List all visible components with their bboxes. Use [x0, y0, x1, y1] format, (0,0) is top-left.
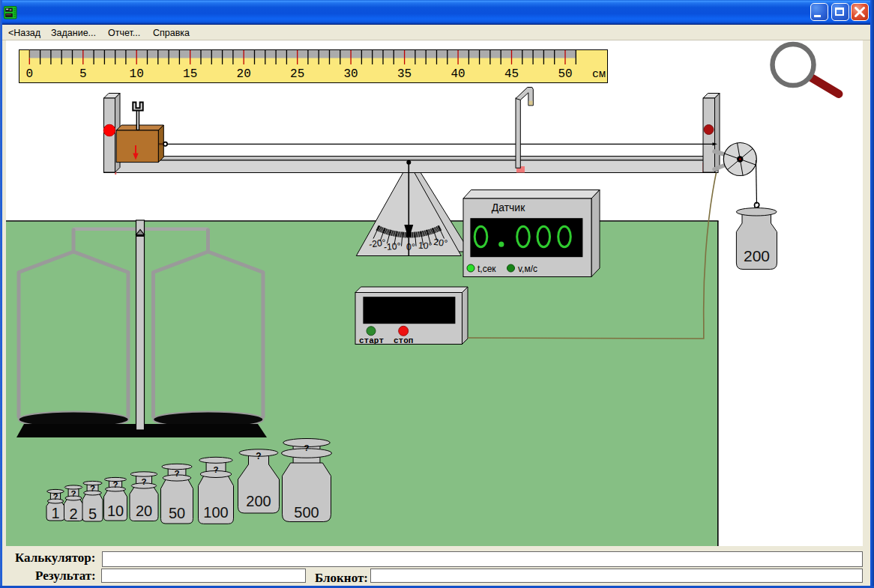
svg-text:?: ? [112, 480, 118, 489]
svg-text:?: ? [304, 443, 309, 452]
svg-text:25: 25 [290, 67, 304, 81]
svg-text:t,сек: t,сек [477, 264, 496, 274]
svg-text:5: 5 [79, 67, 87, 81]
svg-text:35: 35 [397, 67, 412, 81]
svg-text:15: 15 [183, 67, 197, 81]
svg-text:см: см [592, 68, 606, 81]
svg-text:50: 50 [169, 505, 185, 521]
svg-text:?: ? [213, 465, 218, 474]
svg-text:200: 200 [246, 493, 271, 509]
svg-text:10: 10 [107, 503, 124, 519]
svg-text:-10°: -10° [383, 241, 401, 252]
svg-text:?: ? [70, 489, 76, 498]
svg-text:стоп: стоп [394, 336, 413, 345]
svg-text:старт: старт [359, 336, 384, 345]
svg-text:20: 20 [136, 503, 152, 519]
svg-text:Датчик: Датчик [492, 201, 525, 213]
svg-text:5: 5 [88, 506, 97, 522]
svg-text:?: ? [90, 484, 95, 493]
svg-text:1: 1 [51, 505, 59, 521]
svg-text:0: 0 [25, 67, 33, 81]
svg-text:0°: 0° [406, 242, 415, 252]
svg-text:?: ? [52, 492, 58, 501]
svg-text:?: ? [141, 477, 146, 486]
svg-text:100: 100 [203, 504, 228, 521]
svg-text:?: ? [174, 469, 179, 478]
svg-text:10: 10 [130, 67, 144, 81]
svg-text:10°: 10° [418, 240, 433, 252]
svg-text:v,м/с: v,м/с [518, 264, 537, 274]
svg-text:40: 40 [450, 67, 465, 81]
svg-text:200: 200 [744, 247, 770, 264]
svg-text:20: 20 [237, 67, 251, 81]
svg-text:2: 2 [69, 506, 77, 522]
svg-text:45: 45 [504, 67, 519, 81]
svg-text:20°: 20° [433, 237, 448, 249]
svg-text:500: 500 [294, 504, 319, 521]
svg-text:30: 30 [343, 67, 358, 81]
svg-text:?: ? [256, 451, 261, 461]
svg-text:50: 50 [558, 67, 572, 81]
